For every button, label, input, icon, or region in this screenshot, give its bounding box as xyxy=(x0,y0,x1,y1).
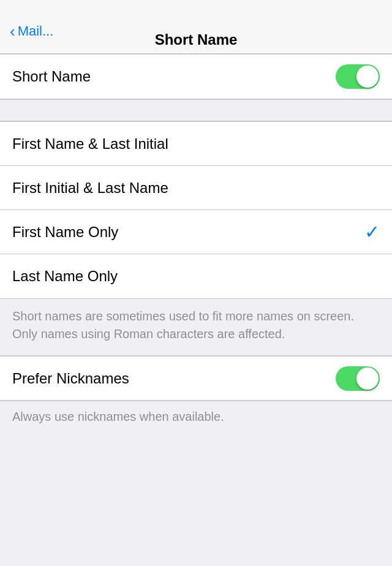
section-separator-1 xyxy=(0,99,392,121)
short-name-label: Short Name xyxy=(12,68,91,85)
toggle-knob xyxy=(356,66,379,88)
toggle-knob xyxy=(356,368,379,390)
short-name-group: Short Name xyxy=(0,54,392,99)
nicknames-row[interactable]: Prefer Nicknames xyxy=(0,356,392,400)
nicknames-footer-note: Always use nicknames when available. xyxy=(0,401,392,432)
short-names-footer-note: Short names are sometimes used to fit mo… xyxy=(0,299,392,356)
navigation-bar: ‹ Mail... Short Name xyxy=(0,0,392,54)
back-label: Mail... xyxy=(18,23,54,39)
checkmark-icon: ✓ xyxy=(364,221,380,243)
list-item[interactable]: First Initial & Last Name xyxy=(0,166,392,210)
nicknames-toggle[interactable] xyxy=(336,366,380,391)
chevron-left-icon: ‹ xyxy=(10,23,15,39)
list-item[interactable]: First Name Only ✓ xyxy=(0,210,392,254)
option-label: Last Name Only xyxy=(12,268,118,285)
list-item[interactable]: First Name & Last Initial xyxy=(0,122,392,166)
back-button[interactable]: ‹ Mail... xyxy=(10,15,53,39)
nicknames-group: Prefer Nicknames xyxy=(0,356,392,401)
list-item[interactable]: Last Name Only xyxy=(0,254,392,298)
name-format-group: First Name & Last Initial First Initial … xyxy=(0,121,392,299)
option-label: First Initial & Last Name xyxy=(12,179,168,197)
page-title: Short Name xyxy=(155,23,238,48)
nicknames-label: Prefer Nicknames xyxy=(12,370,129,387)
short-name-row[interactable]: Short Name xyxy=(0,55,392,99)
option-label: First Name Only xyxy=(12,224,118,241)
option-label: First Name & Last Initial xyxy=(12,135,168,153)
short-name-toggle[interactable] xyxy=(336,64,380,89)
